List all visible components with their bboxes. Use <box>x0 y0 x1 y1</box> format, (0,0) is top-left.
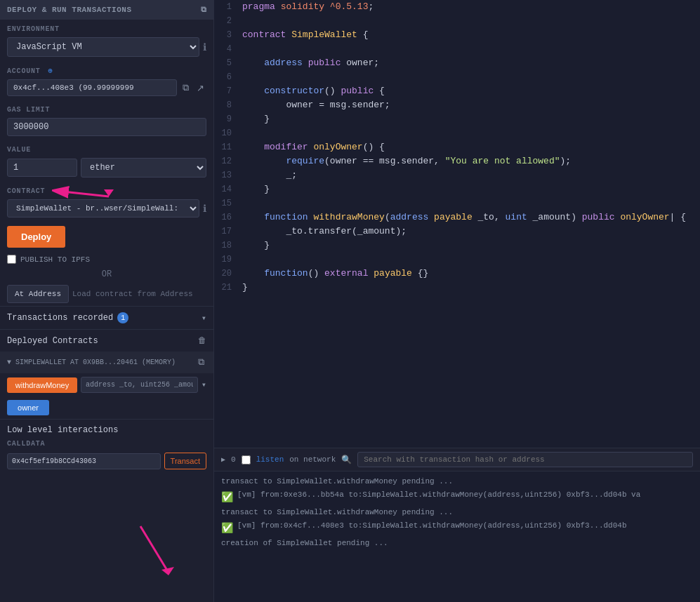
copy-account-icon[interactable]: ⧉ <box>180 81 191 95</box>
unit-select[interactable]: ether wei gwei finney <box>81 158 206 178</box>
code-line: 16 function withdrawMoney(address payabl… <box>214 210 700 225</box>
line-number: 4 <box>214 42 242 56</box>
publish-ipfs-label: PUBLISH TO IPFS <box>20 255 90 264</box>
external-link-icon[interactable]: ↗ <box>194 81 206 95</box>
line-number: 20 <box>214 267 242 281</box>
line-content: contract SimpleWallet { <box>242 28 368 42</box>
line-number: 12 <box>214 154 242 168</box>
line-content: } <box>242 182 270 196</box>
code-line: 21} <box>214 281 700 295</box>
withdraw-money-button[interactable]: withdrawMoney <box>7 377 77 393</box>
console-message-text: [vm] from:0x4cf...408e3 to:SimpleWallet.… <box>237 521 627 530</box>
line-content: _to.transfer(_amount); <box>242 225 407 239</box>
withdraw-expand-icon[interactable]: ▾ <box>202 380 206 390</box>
transactions-row[interactable]: Transactions recorded 1 ▾ <box>0 306 213 329</box>
console-count: 0 <box>231 455 236 464</box>
calldata-label: CALLDATA <box>7 438 206 450</box>
listen-checkbox[interactable] <box>242 455 251 464</box>
deployed-contracts-row: Deployed Contracts 🗑 <box>0 329 213 352</box>
line-number: 9 <box>214 112 242 126</box>
publish-ipfs-checkbox[interactable] <box>7 255 16 264</box>
code-line: 18 } <box>214 239 700 253</box>
panel-title: DEPLOY & RUN TRANSACTIONS <box>7 6 132 14</box>
publish-row: PUBLISH TO IPFS <box>0 252 213 267</box>
copy-simplewallet-icon[interactable]: ⧉ <box>196 356 206 369</box>
line-number: 15 <box>214 196 242 210</box>
line-content: pragma solidity ^0.5.13; <box>242 0 374 14</box>
environment-select[interactable]: JavaScript VM <box>7 37 199 57</box>
code-line: 17 _to.transfer(_amount); <box>214 225 700 239</box>
withdraw-args-input[interactable] <box>81 377 198 393</box>
transactions-label: Transactions recorded <box>7 313 113 323</box>
code-line: 8 owner = msg.sender; <box>214 98 700 112</box>
code-line: 1pragma solidity ^0.5.13; <box>214 0 700 14</box>
code-line: 9 } <box>214 112 700 126</box>
console-message: transact to SimpleWallet.withdrawMoney p… <box>221 475 693 488</box>
code-line: 15 <box>214 196 700 210</box>
calldata-row: Transact <box>7 453 206 469</box>
environment-info-icon[interactable]: ℹ <box>203 41 206 53</box>
gas-limit-label: GAS LIMIT <box>0 100 213 116</box>
code-line: 14 } <box>214 182 700 196</box>
network-label: on network <box>289 455 336 464</box>
line-content: modifier onlyOwner() { <box>242 140 385 154</box>
code-line: 20 function() external payable {} <box>214 267 700 281</box>
code-line: 3contract SimpleWallet { <box>214 28 700 42</box>
environment-row: JavaScript VM ℹ <box>0 35 213 61</box>
line-number: 5 <box>214 56 242 70</box>
gas-limit-input[interactable] <box>7 118 206 136</box>
line-content: } <box>242 281 248 295</box>
line-number: 17 <box>214 225 242 239</box>
low-level-section: Low level interactions CALLDATA Transact <box>0 419 213 475</box>
owner-function-row: owner <box>0 396 213 419</box>
value-input[interactable] <box>7 159 77 177</box>
panel-header: DEPLOY & RUN TRANSACTIONS ⧉ <box>0 0 213 20</box>
transact-button[interactable]: Transact <box>164 453 206 469</box>
code-line: 6 <box>214 70 700 84</box>
console-message-text: [vm] from:0xe36...bb54a to:SimpleWallet.… <box>237 490 640 499</box>
console-search-input[interactable] <box>357 452 693 467</box>
account-plus-icon[interactable]: ⊕ <box>48 67 53 75</box>
line-number: 1 <box>214 0 242 14</box>
right-panel: 1pragma solidity ^0.5.13;23contract Simp… <box>214 0 700 602</box>
account-row: ⧉ ↗ <box>0 77 213 100</box>
line-number: 19 <box>214 253 242 267</box>
contract-select[interactable]: SimpleWallet - br..wser/SimpleWall: <box>7 199 199 218</box>
code-area: 1pragma solidity ^0.5.13;23contract Simp… <box>214 0 700 448</box>
line-number: 11 <box>214 140 242 154</box>
console-message: ✅[vm] from:0xe36...bb54a to:SimpleWallet… <box>221 488 693 506</box>
code-line: 12 require(owner == msg.sender, "You are… <box>214 154 700 168</box>
line-number: 16 <box>214 210 242 225</box>
low-level-label: Low level interactions <box>7 425 206 435</box>
load-contract-label: Load contract from Address <box>72 290 193 298</box>
owner-button[interactable]: owner <box>7 400 49 415</box>
left-panel: DEPLOY & RUN TRANSACTIONS ⧉ ENVIRONMENT … <box>0 0 214 602</box>
success-icon: ✅ <box>221 522 233 534</box>
at-address-button[interactable]: At Address <box>7 285 69 303</box>
account-input[interactable] <box>7 79 177 96</box>
line-number: 3 <box>214 28 242 42</box>
trash-icon[interactable]: 🗑 <box>198 335 206 346</box>
line-content: } <box>242 112 270 126</box>
listen-label: listen <box>256 455 284 464</box>
line-number: 18 <box>214 239 242 253</box>
code-line: 5 address public owner; <box>214 56 700 70</box>
console-message: transact to SimpleWallet.withdrawMoney p… <box>221 506 693 519</box>
contract-label: CONTRACT <box>0 182 213 197</box>
line-content: constructor() public { <box>242 84 385 98</box>
console-triangle-icon: ▶ <box>221 455 225 464</box>
line-content: address public owner; <box>242 56 379 70</box>
calldata-input[interactable] <box>7 453 161 469</box>
triangle-icon: ▼ <box>7 359 11 366</box>
console-message: creation of SimpleWallet pending ... <box>221 537 693 549</box>
line-content: } <box>242 239 270 253</box>
contract-info-icon[interactable]: ℹ <box>203 203 206 215</box>
simplewallet-row[interactable]: ▼ SIMPLEWALLET AT 0X9BB...20461 (MEMORY)… <box>0 352 213 373</box>
code-line: 10 <box>214 126 700 140</box>
copy-icon[interactable]: ⧉ <box>201 6 207 14</box>
console-area: ▶ 0 listen on network 🔍 transact to Simp… <box>214 448 700 602</box>
line-content: require(owner == msg.sender, "You are no… <box>242 154 571 168</box>
deploy-button[interactable]: Deploy <box>7 226 65 248</box>
code-line: 19 <box>214 253 700 267</box>
value-label: VALUE <box>0 140 213 156</box>
